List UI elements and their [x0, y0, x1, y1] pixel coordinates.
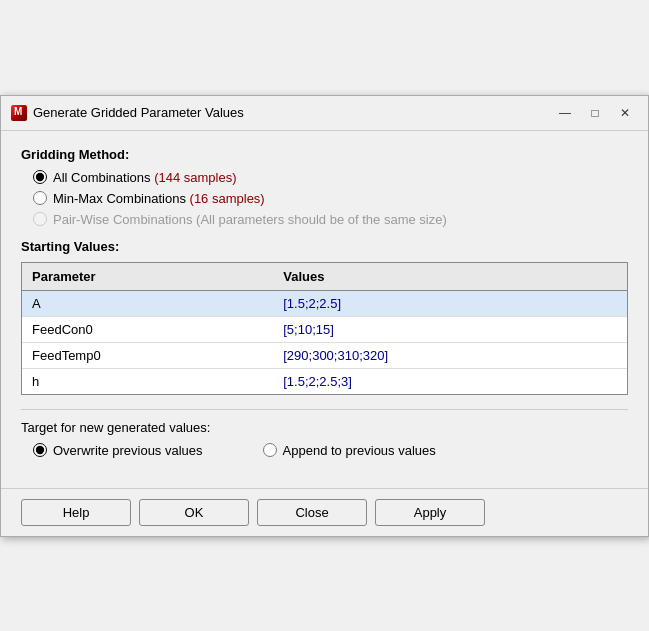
maximize-button[interactable]: □	[582, 102, 608, 124]
min-max-samples: (16 samples)	[190, 191, 265, 206]
append-radio[interactable]	[263, 443, 277, 457]
parameter-column-header: Parameter	[22, 263, 273, 291]
overwrite-label: Overwrite previous values	[53, 443, 203, 458]
parameter-cell: h	[22, 368, 273, 394]
parameter-cell: FeedTemp0	[22, 342, 273, 368]
min-max-label: Min-Max Combinations (16 samples)	[53, 191, 265, 206]
main-window: Generate Gridded Parameter Values — □ ✕ …	[0, 95, 649, 537]
overwrite-radio-item[interactable]: Overwrite previous values	[33, 443, 203, 458]
table-wrapper: Parameter Values A [1.5;2;2.5] FeedCon0 …	[21, 262, 628, 395]
starting-values-table-section: Parameter Values A [1.5;2;2.5] FeedCon0 …	[21, 262, 628, 395]
parameter-cell: FeedCon0	[22, 316, 273, 342]
window-title: Generate Gridded Parameter Values	[33, 105, 546, 120]
pair-wise-radio-item: Pair-Wise Combinations (All parameters s…	[33, 212, 628, 227]
divider	[21, 409, 628, 410]
pair-wise-radio	[33, 212, 47, 226]
content-area: Gridding Method: All Combinations (144 s…	[1, 131, 648, 488]
table-row[interactable]: FeedTemp0 [290;300;310;320]	[22, 342, 627, 368]
title-bar: Generate Gridded Parameter Values — □ ✕	[1, 96, 648, 131]
ok-button[interactable]: OK	[139, 499, 249, 526]
starting-values-table: Parameter Values A [1.5;2;2.5] FeedCon0 …	[22, 263, 627, 394]
min-max-radio[interactable]	[33, 191, 47, 205]
footer: Help OK Close Apply	[1, 488, 648, 536]
all-combinations-samples: (144 samples)	[154, 170, 236, 185]
append-radio-item[interactable]: Append to previous values	[263, 443, 436, 458]
values-cell: [1.5;2;2.5]	[273, 290, 627, 316]
values-cell: [5;10;15]	[273, 316, 627, 342]
table-header-row: Parameter Values	[22, 263, 627, 291]
values-column-header: Values	[273, 263, 627, 291]
all-combinations-radio-item[interactable]: All Combinations (144 samples)	[33, 170, 628, 185]
matlab-icon	[11, 105, 27, 121]
values-cell: [1.5;2;2.5;3]	[273, 368, 627, 394]
all-combinations-label: All Combinations (144 samples)	[53, 170, 237, 185]
gridding-method-radio-group: All Combinations (144 samples) Min-Max C…	[33, 170, 628, 227]
pair-wise-note: (All parameters should be of the same si…	[196, 212, 447, 227]
minimize-button[interactable]: —	[552, 102, 578, 124]
help-button[interactable]: Help	[21, 499, 131, 526]
parameter-cell: A	[22, 290, 273, 316]
table-row[interactable]: h [1.5;2;2.5;3]	[22, 368, 627, 394]
overwrite-radio[interactable]	[33, 443, 47, 457]
min-max-radio-item[interactable]: Min-Max Combinations (16 samples)	[33, 191, 628, 206]
gridding-method-label: Gridding Method:	[21, 147, 628, 162]
target-section: Target for new generated values: Overwri…	[21, 420, 628, 458]
starting-values-label: Starting Values:	[21, 239, 628, 254]
table-row[interactable]: FeedCon0 [5;10;15]	[22, 316, 627, 342]
close-button[interactable]: Close	[257, 499, 367, 526]
table-row[interactable]: A [1.5;2;2.5]	[22, 290, 627, 316]
target-radio-group: Overwrite previous values Append to prev…	[33, 443, 628, 458]
pair-wise-label: Pair-Wise Combinations (All parameters s…	[53, 212, 447, 227]
close-window-button[interactable]: ✕	[612, 102, 638, 124]
all-combinations-radio[interactable]	[33, 170, 47, 184]
title-bar-controls: — □ ✕	[552, 102, 638, 124]
append-label: Append to previous values	[283, 443, 436, 458]
target-label: Target for new generated values:	[21, 420, 628, 435]
values-cell: [290;300;310;320]	[273, 342, 627, 368]
apply-button[interactable]: Apply	[375, 499, 485, 526]
